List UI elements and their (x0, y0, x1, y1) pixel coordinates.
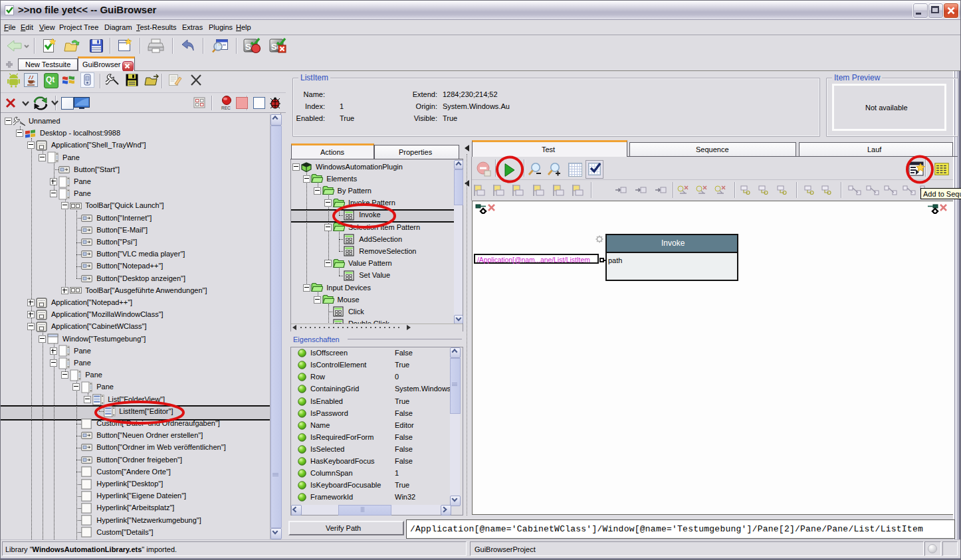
svg-text:REC: REC (221, 106, 231, 110)
